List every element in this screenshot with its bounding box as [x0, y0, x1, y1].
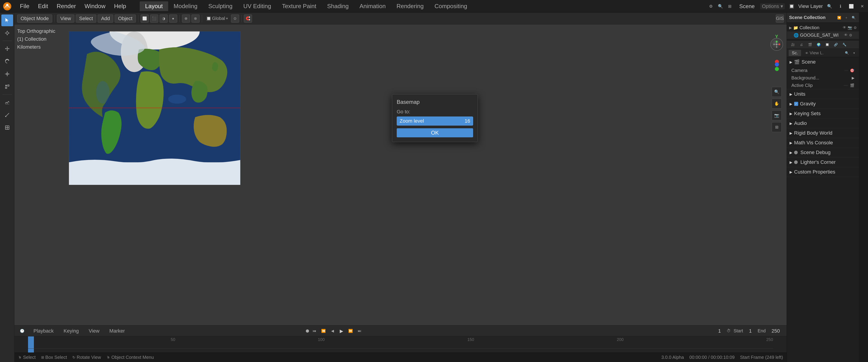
- reverse-play-btn[interactable]: ◀: [329, 327, 336, 335]
- subtab-scene[interactable]: Sc.: [789, 50, 801, 56]
- custom-props-header[interactable]: ▶ Custom Properties: [787, 167, 859, 177]
- props-constraint-icon[interactable]: 🔗: [832, 41, 840, 48]
- object-mode-dropdown[interactable]: Object Mode: [17, 15, 52, 23]
- zoom-level-input[interactable]: Zoom level 16: [397, 116, 473, 126]
- tool-annotate[interactable]: [1, 96, 13, 108]
- filter-icon[interactable]: 🔽: [836, 15, 842, 21]
- active-clip-icon[interactable]: 🎬: [850, 83, 855, 88]
- navigation-gizmo[interactable]: Y: [770, 38, 783, 51]
- prev-frame-btn[interactable]: ⏪: [320, 327, 327, 335]
- pan-btn[interactable]: ✋: [772, 99, 782, 109]
- timeline-type-icon[interactable]: 🕐: [18, 327, 26, 335]
- tab-rendering[interactable]: Rendering: [391, 1, 429, 11]
- eye-icon-root[interactable]: 👁: [843, 26, 846, 30]
- props-options-icon[interactable]: ▾: [851, 50, 857, 56]
- jump-start-btn[interactable]: ⏮: [311, 327, 318, 335]
- props-world-icon[interactable]: 🌍: [814, 41, 823, 48]
- topbar-icon-1[interactable]: ⚙: [707, 2, 715, 10]
- lighters-corner-header[interactable]: ▶ Lighter's Corner: [787, 158, 859, 167]
- tab-shading[interactable]: Shading: [322, 1, 354, 11]
- timeline-track[interactable]: 50 100 150 200 250: [14, 336, 786, 353]
- gravity-checkbox[interactable]: ✓: [794, 102, 798, 106]
- tool-rotate[interactable]: [1, 55, 13, 67]
- tab-animation[interactable]: Animation: [354, 1, 391, 11]
- 3d-viewport[interactable]: Top Orthographic (1) Collection Kilomete…: [14, 24, 786, 325]
- start-frame-input[interactable]: 1: [746, 327, 755, 335]
- props-output-icon[interactable]: 🖨: [797, 41, 805, 48]
- end-frame-input[interactable]: 250: [768, 327, 783, 335]
- options-btn[interactable]: Options ▾: [760, 3, 785, 9]
- info-icon[interactable]: ℹ: [836, 2, 844, 10]
- google-sat-item[interactable]: 🌐 GOOGLE_SAT_WI 👁 ⚙: [787, 31, 859, 39]
- tab-modeling[interactable]: Modeling: [168, 1, 203, 11]
- jump-end-btn[interactable]: ⏭: [356, 327, 363, 335]
- menu-help[interactable]: Help: [110, 1, 130, 11]
- background-expand-icon[interactable]: ▶: [852, 76, 855, 80]
- playback-menu[interactable]: Playback: [31, 327, 56, 335]
- object-menu[interactable]: Object: [115, 15, 136, 23]
- add-menu[interactable]: Add: [98, 15, 113, 23]
- gravity-section-header[interactable]: ▶ ✓ Gravity: [787, 99, 859, 109]
- close-icon[interactable]: ✕: [858, 2, 866, 10]
- solid-btn[interactable]: ⬛: [150, 15, 158, 23]
- tool-add-object[interactable]: [1, 122, 13, 134]
- gis-btn[interactable]: GIS: [776, 15, 784, 23]
- tab-layout[interactable]: Layout: [140, 1, 168, 11]
- menu-window[interactable]: Window: [81, 1, 110, 11]
- props-modifier-icon[interactable]: 🔧: [840, 41, 848, 48]
- rendered-btn[interactable]: ●: [169, 15, 177, 23]
- keying-menu[interactable]: Keying: [61, 327, 81, 335]
- scene-collection-root[interactable]: ▶ 📁 Collection 👁 📷 ⚙: [787, 24, 859, 31]
- rigid-body-header[interactable]: ▶ Rigid Body World: [787, 128, 859, 138]
- camera-view-btn[interactable]: 📷: [772, 110, 782, 120]
- scene-section-header[interactable]: ▶ 🎬 Scene: [787, 57, 859, 67]
- maximize-icon[interactable]: ⬜: [847, 2, 855, 10]
- tab-texture-paint[interactable]: Texture Paint: [276, 1, 322, 11]
- play-btn[interactable]: ▶: [338, 327, 345, 335]
- tool-measure[interactable]: [1, 109, 13, 121]
- props-scene-icon[interactable]: 🎬: [806, 41, 814, 48]
- view-layer-icon[interactable]: 🔲: [787, 2, 796, 10]
- topbar-icon-3[interactable]: ⊞: [726, 2, 734, 10]
- transform-pivot[interactable]: Global: [212, 16, 225, 21]
- props-search-icon[interactable]: 🔍: [844, 50, 850, 56]
- next-frame-btn[interactable]: ⏩: [347, 327, 354, 335]
- active-clip-value[interactable]: [844, 85, 848, 86]
- scene-debug-header[interactable]: ▶ Scene Debug: [787, 148, 859, 157]
- camera-icon-sat[interactable]: ⚙: [849, 33, 852, 37]
- marker-menu[interactable]: Marker: [107, 327, 127, 335]
- view-menu-timeline[interactable]: View: [86, 327, 102, 335]
- tool-move[interactable]: [1, 43, 13, 55]
- select-menu[interactable]: Select: [76, 15, 96, 23]
- units-section-header[interactable]: ▶ Units: [787, 89, 859, 99]
- new-collection-icon[interactable]: +: [843, 15, 849, 21]
- props-object-icon[interactable]: 🔲: [823, 41, 831, 48]
- subtab-view-layer[interactable]: 👁 View L.: [802, 50, 827, 56]
- tab-uv-editing[interactable]: UV Editing: [238, 1, 277, 11]
- wireframe-btn[interactable]: ⬜: [141, 15, 149, 23]
- view-menu[interactable]: View: [57, 15, 74, 23]
- tab-sculpting[interactable]: Sculpting: [203, 1, 238, 11]
- grid-btn[interactable]: ⊞: [772, 122, 782, 132]
- material-btn[interactable]: ◑: [160, 15, 168, 23]
- proportional-edit[interactable]: ⊙: [231, 15, 239, 23]
- search-collection-icon[interactable]: 🔍: [850, 15, 857, 21]
- audio-section-header[interactable]: ▶ Audio: [787, 118, 859, 128]
- menu-edit[interactable]: Edit: [34, 1, 52, 11]
- keying-sets-header[interactable]: ▶ Keying Sets: [787, 109, 859, 118]
- menu-render[interactable]: Render: [53, 1, 80, 11]
- gizmo-toggle[interactable]: ⊗: [191, 15, 199, 23]
- render-icon-root[interactable]: ⚙: [854, 26, 857, 30]
- snap-toggle[interactable]: 🧲: [244, 15, 252, 23]
- tab-compositing[interactable]: Compositing: [429, 1, 473, 11]
- menu-file[interactable]: File: [16, 1, 33, 11]
- current-frame-display[interactable]: 1: [715, 327, 724, 335]
- search-icon[interactable]: 🔍: [826, 2, 834, 10]
- props-render-icon[interactable]: 🎥: [789, 41, 797, 48]
- camera-value[interactable]: [844, 70, 848, 71]
- camera-icon-root[interactable]: 📷: [848, 26, 852, 30]
- zoom-in-btn[interactable]: 🔍: [772, 87, 782, 97]
- tool-cursor[interactable]: [1, 27, 13, 39]
- topbar-icon-2[interactable]: 🔍: [716, 2, 724, 10]
- tool-scale[interactable]: [1, 68, 13, 80]
